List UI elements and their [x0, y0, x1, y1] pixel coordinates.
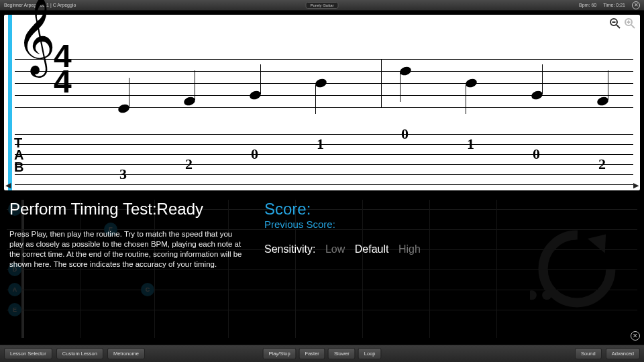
score-label: Score:: [264, 200, 635, 219]
svg-line-1: [616, 25, 620, 28]
tab-fret-number: 2: [185, 156, 193, 173]
svg-line-4: [631, 25, 635, 28]
note-head: [465, 78, 478, 89]
timing-test-heading: Perform Timing Test:Ready: [9, 200, 244, 219]
top-bar: Beginner Arpeggios 1 | C Arpeggio Purely…: [0, 0, 644, 11]
sensitivity-high-option[interactable]: High: [398, 243, 421, 255]
sensitivity-low-option[interactable]: Low: [325, 243, 345, 255]
note-stem: [260, 64, 261, 94]
timing-test-description: Press Play, then play the routine. Try t…: [9, 229, 244, 269]
note-head: [315, 78, 328, 89]
note-stem: [466, 84, 466, 114]
close-button[interactable]: ✕: [632, 1, 640, 9]
scroll-right-button[interactable]: ▶: [633, 181, 639, 190]
note-stem: [608, 70, 608, 100]
play-stop-button[interactable]: Play/Stop: [263, 348, 297, 359]
score-panel: 𝄞 4 4 T A B 32010102 ◀ ▶: [4, 15, 640, 190]
note-head: [399, 66, 413, 77]
tab-fret-number: 1: [317, 135, 324, 153]
tab-fret-number: 0: [533, 145, 540, 163]
note-stem: [129, 78, 129, 107]
tab-label: T A B: [14, 137, 23, 173]
note-stem: [542, 64, 543, 94]
custom-lesson-button[interactable]: Custom Lesson: [56, 348, 103, 359]
slower-button[interactable]: Slower: [328, 348, 356, 359]
brand-badge: Purely Guitar: [305, 2, 338, 9]
previous-score-label: Previous Score:: [264, 219, 635, 230]
note-stem: [400, 72, 400, 102]
tab-fret-number: 0: [251, 145, 258, 163]
svg-point-10: [530, 290, 537, 300]
bottom-bar: Lesson Selector Custom Lesson Metronome …: [0, 345, 644, 362]
sensitivity-label: Sensitivity:: [264, 243, 315, 255]
barline: [381, 59, 382, 107]
sensitivity-default-option[interactable]: Default: [355, 243, 389, 255]
time-signature: 4 4: [54, 44, 72, 95]
advanced-button[interactable]: Advanced: [606, 348, 640, 359]
close-panel-button[interactable]: ✕: [631, 331, 640, 341]
loop-button[interactable]: Loop: [358, 348, 382, 359]
scroll-left-button[interactable]: ◀: [5, 181, 11, 190]
time-display: Time: 0:21: [603, 3, 625, 7]
note-stem: [315, 84, 316, 114]
bpm-display: Bpm: 60: [579, 3, 596, 7]
sound-button[interactable]: Sound: [575, 348, 602, 359]
tab-fret-number: 2: [598, 156, 606, 173]
svg-point-9: [542, 290, 551, 300]
playhead-marker: [8, 15, 12, 190]
tab-fret-number: 0: [401, 125, 409, 143]
lesson-selector-button[interactable]: Lesson Selector: [4, 348, 52, 359]
tab-fret-number: 1: [467, 135, 474, 153]
faster-button[interactable]: Faster: [299, 348, 325, 359]
metronome-button[interactable]: Metronome: [107, 348, 145, 359]
sensitivity-row: Sensitivity: Low Default High: [264, 243, 635, 255]
zoom-in-button: [624, 17, 636, 29]
zoom-out-button[interactable]: [609, 17, 621, 29]
note-stem: [195, 70, 195, 100]
timing-test-panel: E E D A E C Perform Timing Test:Ready Pr…: [0, 193, 644, 345]
